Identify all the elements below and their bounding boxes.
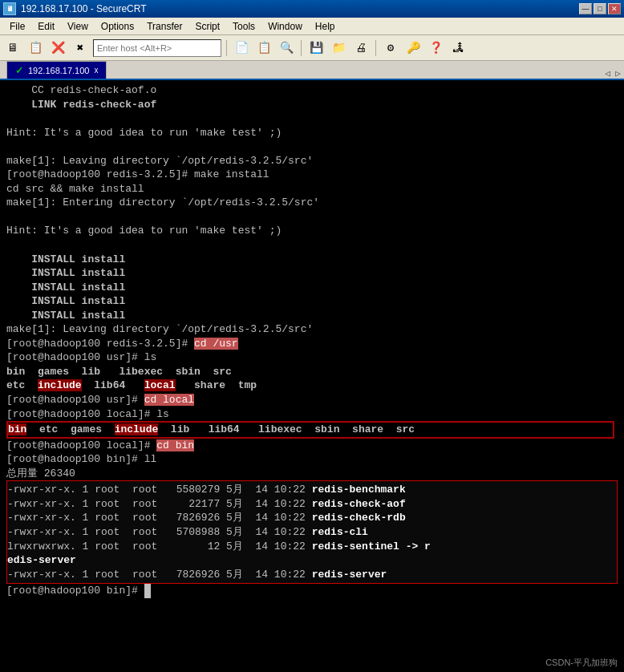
terminal-line: [root@hadoop100 bin]# ll [6,452,618,467]
terminal-line [6,210,618,225]
terminal-line: Hint: It's a good idea to run 'make test… [6,126,618,140]
cmd-highlight: cd local [144,394,194,406]
terminal-line: -rwxr-xr-x. 1 root root 22177 5月 14 10:2… [7,497,617,512]
toolbar-btn-1[interactable]: 🖥 [3,38,22,58]
bin-highlight: bin [8,423,26,435]
menu-bar: File Edit View Options Transfer Script T… [0,18,624,35]
terminal-line: [root@hadoop100 local]# ls [6,407,618,422]
toolbar-btn-5[interactable]: 💾 [306,38,326,58]
toolbar-btn-copy[interactable]: 📄 [232,38,251,58]
terminal-line: make[1]: Entering directory `/opt/redis-… [6,196,618,210]
toolbar-btn-help[interactable]: ❓ [426,38,445,58]
terminal-prompt: [root@hadoop100 bin]# [6,584,618,598]
toolbar-btn-find[interactable]: 🔍 [277,38,296,58]
menu-window[interactable]: Window [261,19,309,34]
filename: redis-benchmark [312,484,406,496]
include-highlight2: include [115,423,159,435]
maximize-button[interactable]: □ [594,3,606,14]
terminal-line: CC redis-check-aof.o [6,83,618,98]
toolbar-btn-paste[interactable]: 📋 [254,38,274,58]
filename: edis-server [7,554,76,566]
filename: redis-cli [312,526,368,538]
menu-file[interactable]: File [3,19,31,34]
terminal-line: [root@hadoop100 usr]# cd local [6,393,618,407]
terminal-line: -rwxr-xr-x. 1 root root 7826926 5月 14 10… [7,511,617,525]
watermark: CSDN-平凡加班狗 [545,657,618,669]
terminal-line: make[1]: Leaving directory `/opt/redis-3… [6,154,618,168]
toolbar-btn-4[interactable]: ✖ [71,38,90,58]
toolbar-separator-3 [375,40,376,56]
cmd-highlight: cd bin [156,439,194,451]
terminal-line: -rwxr-xr-x. 1 root root 5708988 5月 14 10… [7,525,617,540]
filename: redis-server [312,569,387,581]
terminal-line: [root@hadoop100 redis-3.2.5]# make insta… [6,168,618,182]
terminal-line: [root@hadoop100 redis-3.2.5]# cd /usr [6,337,618,351]
toolbar-btn-key[interactable]: 🔑 [403,38,423,58]
terminal-line: INSTALL install [6,253,618,267]
terminal-line: INSTALL install [6,309,618,323]
host-input[interactable] [93,39,221,57]
filename: redis-check-aof [312,498,406,510]
file-listing-box: -rwxr-xr-x. 1 root root 5580279 5月 14 10… [6,480,618,584]
menu-transfer[interactable]: Transfer [140,19,188,34]
terminal-line [6,238,618,253]
terminal-line: edis-server [7,553,617,568]
menu-help[interactable]: Help [309,19,342,34]
cmd-highlight: cd /usr [194,338,238,350]
toolbar-separator-2 [301,40,302,56]
tab-bar: ✓ 192.168.17.100 x ◁ ▷ [0,61,624,80]
terminal-line: make[1]: Leaving directory `/opt/redis-3… [6,322,618,337]
ls-output-box: bin etc games include lib lib64 libexec … [6,421,614,439]
filename: redis-check-rdb [312,512,406,524]
terminal-line: cd src && make install [6,182,618,196]
toolbar-btn-2[interactable]: 📋 [26,38,45,58]
minimize-button[interactable]: — [579,3,592,14]
terminal-area[interactable]: CC redis-check-aof.o LINK redis-check-ao… [0,80,624,672]
menu-view[interactable]: View [61,19,95,34]
terminal-line: -rwxr-xr-x. 1 root root 7826926 5月 14 10… [7,568,617,582]
connection-status-icon: ✓ [15,65,23,76]
terminal-line [6,111,618,126]
terminal-line: LINK redis-check-aof [6,98,618,112]
terminal-line: bin games lib libexec sbin src [6,365,618,379]
terminal-line: -rwxr-xr-x. 1 root root 5580279 5月 14 10… [7,483,617,497]
terminal-line: etc include lib64 local share tmp [6,379,618,393]
toolbar-btn-6[interactable]: 📁 [329,38,348,58]
terminal-line: INSTALL install [6,266,618,281]
menu-options[interactable]: Options [95,19,140,34]
terminal-line: INSTALL install [6,281,618,295]
app-icon: 🖥 [3,2,16,15]
terminal-line [6,140,618,154]
tab-close-button[interactable]: x [94,66,98,75]
title-bar: 🖥 192.168.17.100 - SecureCRT — □ ✕ [0,0,624,18]
session-tab[interactable]: ✓ 192.168.17.100 x [6,61,107,79]
terminal-line: [root@hadoop100 local]# cd bin [6,439,618,453]
toolbar-btn-3[interactable]: ❌ [48,38,67,58]
menu-edit[interactable]: Edit [31,19,61,34]
window-title: 192.168.17.100 - SecureCRT [21,3,579,14]
menu-script[interactable]: Script [188,19,226,34]
toolbar: 🖥 📋 ❌ ✖ 📄 📋 🔍 💾 📁 🖨 ⚙ 🔑 ❓ 🏞 [0,35,624,61]
terminal-line: Hint: It's a good idea to run 'make test… [6,224,618,238]
close-button[interactable]: ✕ [608,3,621,14]
tab-nav-arrows[interactable]: ◁ ▷ [602,68,624,79]
toolbar-separator-1 [226,40,227,56]
terminal-line: [root@hadoop100 usr]# ls [6,350,618,365]
filename: redis-sentinel -> r [312,540,431,553]
include-highlight: include [38,379,82,391]
toolbar-btn-photo[interactable]: 🏞 [448,38,468,58]
toolbar-btn-7[interactable]: 🖨 [351,38,371,58]
tab-label: 192.168.17.100 [28,66,89,75]
terminal-line: INSTALL install [6,294,618,309]
toolbar-btn-settings[interactable]: ⚙ [381,38,400,58]
menu-tools[interactable]: Tools [226,19,261,34]
terminal-line: lrwxrwxrwx. 1 root root 12 5月 14 10:22 r… [7,540,617,554]
local-highlight: local [144,379,176,391]
terminal-line: 总用量 26340 [6,467,618,481]
window-controls: — □ ✕ [579,3,621,14]
